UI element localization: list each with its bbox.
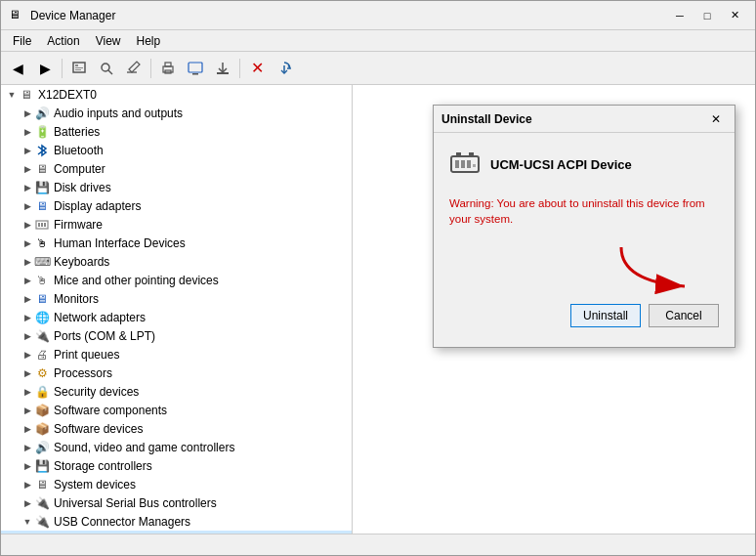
toolbar-delete[interactable]: ✕ [244, 56, 270, 81]
svg-rect-25 [469, 152, 474, 156]
menu-help[interactable]: Help [129, 32, 169, 50]
svg-rect-29 [473, 164, 476, 167]
title-bar-text: Device Manager [30, 9, 667, 22]
dialog-arrow-area [449, 242, 719, 296]
uninstall-button[interactable]: Uninstall [570, 304, 641, 327]
red-arrow-svg [611, 242, 709, 296]
dialog-device-name: UCM-UCSI ACPI Device [490, 157, 632, 172]
svg-rect-28 [467, 160, 471, 168]
cancel-button[interactable]: Cancel [649, 304, 719, 327]
toolbar-back[interactable]: ◀ [5, 56, 30, 81]
toolbar-edit[interactable] [121, 56, 147, 81]
svg-rect-27 [461, 160, 465, 168]
toolbar-print[interactable] [155, 56, 181, 81]
svg-rect-26 [455, 160, 459, 168]
dialog-close-button[interactable]: ✕ [705, 110, 727, 128]
svg-marker-7 [129, 62, 140, 72]
toolbar-sep-2 [150, 59, 151, 78]
menu-file[interactable]: File [5, 32, 39, 50]
toolbar-download[interactable] [210, 56, 235, 81]
toolbar-sep-1 [62, 59, 63, 78]
toolbar-scan[interactable] [94, 56, 119, 81]
dialog-body: UCM-UCSI ACPI Device Warning: You are ab… [434, 133, 735, 347]
svg-line-5 [108, 70, 112, 74]
close-button[interactable]: ✕ [722, 6, 747, 25]
title-bar-controls: ─ □ ✕ [667, 6, 747, 25]
toolbar-forward[interactable]: ▶ [32, 56, 58, 81]
svg-rect-11 [189, 63, 202, 72]
dialog-warning: Warning: You are about to uninstall this… [449, 195, 719, 227]
toolbar-sep-3 [239, 59, 240, 78]
svg-rect-1 [75, 64, 78, 66]
toolbar-update[interactable] [272, 56, 297, 81]
svg-point-4 [102, 64, 109, 71]
svg-rect-3 [75, 69, 81, 70]
main-content: ▼ 🖥 X12DEXT0 ▶ 🔊 Audio inputs and output… [1, 85, 755, 534]
dialog-device-row: UCM-UCSI ACPI Device [449, 149, 719, 180]
toolbar-monitor[interactable] [183, 56, 208, 81]
dialog-title-bar: Uninstall Device ✕ [434, 106, 735, 133]
status-bar [1, 534, 755, 555]
svg-rect-12 [192, 73, 198, 75]
uninstall-dialog: Uninstall Device ✕ [433, 105, 735, 348]
svg-rect-9 [165, 63, 171, 66]
svg-rect-2 [75, 67, 83, 68]
svg-rect-24 [456, 152, 461, 156]
menu-view[interactable]: View [88, 32, 129, 50]
app-icon: 🖥 [9, 8, 24, 23]
title-bar: 🖥 Device Manager ─ □ ✕ [1, 1, 755, 30]
dialog-buttons: Uninstall Cancel [449, 304, 719, 331]
menu-action[interactable]: Action [39, 32, 87, 50]
menu-bar: File Action View Help [1, 30, 755, 52]
dialog-title-text: Uninstall Device [441, 112, 705, 126]
maximize-button[interactable]: □ [694, 6, 720, 25]
toolbar-properties[interactable] [66, 56, 92, 81]
dialog-overlay: Uninstall Device ✕ [1, 85, 755, 534]
device-manager-window: 🖥 Device Manager ─ □ ✕ File Action View … [0, 0, 756, 556]
toolbar: ◀ ▶ [1, 52, 755, 85]
dialog-device-icon [449, 149, 481, 180]
minimize-button[interactable]: ─ [667, 6, 693, 25]
